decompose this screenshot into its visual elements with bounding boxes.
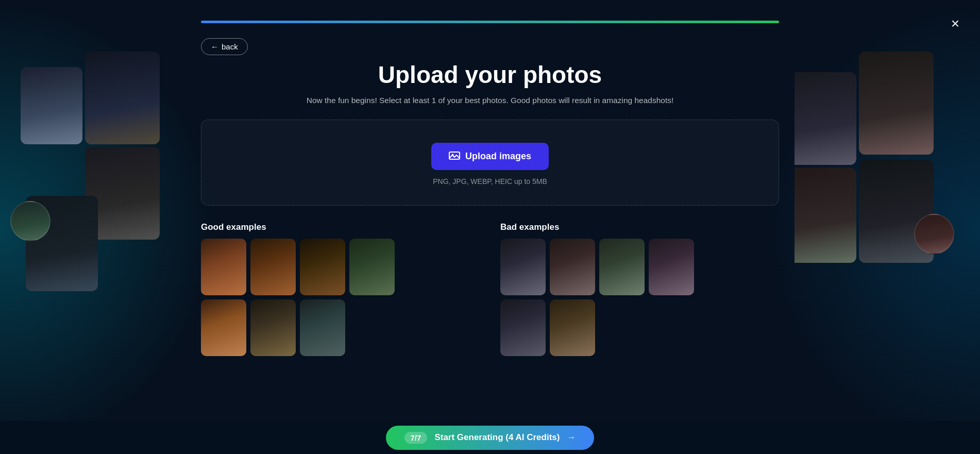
deco-photo-left-3 xyxy=(85,147,160,240)
upload-images-button[interactable]: Upload images xyxy=(431,143,549,170)
progress-bar-container xyxy=(201,21,779,23)
bad-examples-title: Bad examples xyxy=(500,222,779,232)
deco-photo-right-circle xyxy=(914,214,954,254)
bad-examples-grid xyxy=(500,239,779,295)
page-subtitle: Now the fun begins! Select at least 1 of… xyxy=(307,96,674,105)
upload-dropzone[interactable]: Upload images PNG, JPG, WEBP, HEIC up to… xyxy=(201,120,779,206)
good-example-6 xyxy=(250,299,296,356)
bad-example-4 xyxy=(649,239,694,295)
start-generating-button[interactable]: 7/7 Start Generating (4 AI Credits) → xyxy=(386,426,595,450)
good-example-3 xyxy=(300,239,345,295)
bg-left-glow xyxy=(0,0,216,454)
upload-icon xyxy=(449,150,460,163)
good-examples-grid xyxy=(201,239,480,295)
bad-example-6 xyxy=(550,299,595,356)
examples-row: Good examples Bad examples xyxy=(201,222,779,356)
deco-photo-left-2 xyxy=(21,67,82,144)
good-examples-title: Good examples xyxy=(201,222,480,232)
bad-example-1 xyxy=(500,239,546,295)
cta-badge: 7/7 xyxy=(404,432,428,444)
bad-examples-grid-row2 xyxy=(500,299,779,356)
upload-images-label: Upload images xyxy=(465,151,531,162)
cta-label: Start Generating (4 AI Credits) xyxy=(434,432,560,443)
progress-bar xyxy=(201,21,779,23)
good-example-7 xyxy=(300,299,345,356)
svg-rect-0 xyxy=(449,152,460,159)
bad-example-5 xyxy=(500,299,546,356)
deco-photo-right-1 xyxy=(859,52,934,155)
main-content: Upload your photos Now the fun begins! S… xyxy=(201,36,779,356)
good-example-1 xyxy=(201,239,246,295)
bad-example-2 xyxy=(550,239,595,295)
left-decoration xyxy=(0,0,185,454)
deco-photo-left-circle xyxy=(10,201,50,241)
upload-hint: PNG, JPG, WEBP, HEIC up to 5MB xyxy=(433,177,547,186)
good-example-5 xyxy=(201,299,246,356)
deco-photo-right-2 xyxy=(795,72,856,165)
bad-example-3 xyxy=(599,239,645,295)
page-title: Upload your photos xyxy=(378,61,602,89)
deco-photo-left-1 xyxy=(85,52,160,144)
right-decoration xyxy=(795,0,980,454)
cta-arrow-icon: → xyxy=(567,432,576,443)
close-icon: × xyxy=(951,15,959,32)
good-example-2 xyxy=(250,239,296,295)
good-examples-section: Good examples xyxy=(201,222,480,356)
bg-right-glow xyxy=(764,0,980,454)
bad-examples-section: Bad examples xyxy=(500,222,779,356)
deco-photo-left-4 xyxy=(26,196,98,291)
close-button[interactable]: × xyxy=(946,14,965,33)
deco-photo-right-4 xyxy=(859,160,934,263)
bottom-cta-bar: 7/7 Start Generating (4 AI Credits) → xyxy=(0,421,980,454)
good-example-4 xyxy=(349,239,395,295)
good-examples-grid-row2 xyxy=(201,299,480,356)
deco-photo-right-3 xyxy=(795,167,856,263)
